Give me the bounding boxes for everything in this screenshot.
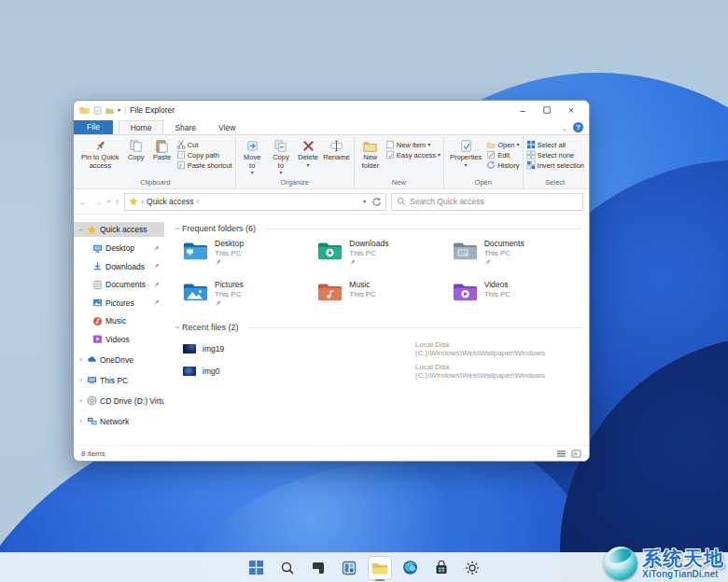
select-none-button[interactable]: Select none <box>526 150 584 159</box>
tab-file[interactable]: File <box>74 120 113 134</box>
titlebar[interactable]: ▾ | File Explorer – × <box>74 101 589 119</box>
sidebar-item-music[interactable]: Music <box>74 313 164 328</box>
cut-button[interactable]: Cut <box>176 140 232 149</box>
recent-file-row[interactable]: img19 Local Disk (C:)\Windows\Web\Wallpa… <box>183 338 581 360</box>
widgets-button[interactable] <box>338 557 360 579</box>
sidebar-item-onedrive[interactable]: › OneDrive <box>74 353 164 367</box>
edge-button[interactable] <box>399 557 422 579</box>
sidebar-item-label: CD Drive (D:) Virtuall <box>100 396 164 406</box>
properties-icon <box>459 139 473 153</box>
back-button[interactable]: ← <box>79 197 89 207</box>
folder-tile-documents[interactable]: Documents This PC <box>453 239 581 274</box>
history-button[interactable]: History <box>486 160 519 170</box>
open-button[interactable]: Open▾ <box>486 140 519 149</box>
breadcrumb[interactable]: Quick access <box>147 197 194 206</box>
recent-locations-icon[interactable]: ▾ <box>107 199 110 204</box>
search-button[interactable] <box>276 557 299 579</box>
up-button[interactable]: ↑ <box>115 197 119 207</box>
sidebar-item-network[interactable]: › Network <box>74 414 164 429</box>
task-view-button[interactable] <box>307 557 329 579</box>
network-icon <box>87 416 97 426</box>
documents-folder-icon <box>453 241 478 260</box>
details-view-icon[interactable] <box>556 450 567 458</box>
file-explorer-button[interactable] <box>369 557 391 579</box>
folder-tile-videos[interactable]: Videos This PC <box>453 280 581 315</box>
chevron-down-icon[interactable]: › <box>77 227 85 233</box>
minimize-button[interactable]: – <box>511 102 535 118</box>
properties-button[interactable]: Properties▾ <box>447 137 484 170</box>
sidebar-item-cd-drive[interactable]: › CD Drive (D:) Virtuall <box>74 394 164 409</box>
recent-file-row[interactable]: img0 Local Disk (C:)\Windows\Web\Wallpap… <box>183 360 581 382</box>
tab-share[interactable]: Share <box>163 121 207 134</box>
star-icon <box>87 225 97 235</box>
sidebar-item-videos[interactable]: Videos <box>74 332 164 347</box>
close-button[interactable]: × <box>559 102 583 118</box>
caret-icon: ▾ <box>279 170 282 175</box>
sidebar-item-desktop[interactable]: Desktop <box>74 241 164 256</box>
new-folder-quick-icon[interactable] <box>105 106 114 115</box>
pin-to-quick-access-button[interactable]: Pin to Quick access <box>78 137 122 172</box>
copy-to-button[interactable]: Copy to▾ <box>268 137 294 177</box>
section-title: Frequent folders (6) <box>182 224 256 233</box>
sidebar-item-this-pc[interactable]: › This PC <box>74 373 164 388</box>
qat-dropdown-icon[interactable]: ▾ <box>118 107 120 113</box>
search-box[interactable] <box>391 193 583 211</box>
move-to-button[interactable]: Move to▾ <box>239 137 266 177</box>
copy-button[interactable]: Copy <box>124 137 148 164</box>
refresh-icon[interactable] <box>371 197 382 207</box>
folder-tile-downloads[interactable]: Downloads This PC <box>317 239 446 274</box>
tab-view[interactable]: View <box>207 121 246 134</box>
maximize-button[interactable] <box>535 102 559 118</box>
tab-home[interactable]: Home <box>119 120 164 134</box>
recent-files-header[interactable]: › Recent files (2) <box>175 323 581 332</box>
cut-label: Cut <box>188 141 199 149</box>
breadcrumb-separator: › <box>141 197 144 206</box>
edit-label: Edit <box>497 151 510 159</box>
folder-tile-music[interactable]: Music This PC <box>317 280 446 315</box>
copy-path-button[interactable]: Copy path <box>176 150 232 159</box>
move-to-label: Move to <box>242 154 263 170</box>
store-button[interactable] <box>430 557 453 579</box>
folder-tile-pictures[interactable]: Pictures This PC <box>183 280 312 315</box>
chevron-right-icon[interactable]: › <box>77 355 84 364</box>
ribbon-group-select: Select all Select none Invert selection … <box>524 137 587 188</box>
gear-icon <box>465 561 480 575</box>
paste-shortcut-button[interactable]: Paste shortcut <box>176 160 232 170</box>
music-folder-icon <box>317 282 343 301</box>
cd-drive-icon <box>87 395 97 406</box>
sidebar-item-documents[interactable]: Documents <box>74 277 164 292</box>
edit-button[interactable]: Edit <box>486 150 519 159</box>
sidebar-item-downloads[interactable]: Downloads <box>74 259 164 274</box>
chevron-right-icon[interactable]: › <box>77 396 84 405</box>
onedrive-cloud-icon <box>87 354 97 365</box>
file-path: Local Disk (C:)\Windows\Web\Wallpaper\Wi… <box>415 363 581 380</box>
settings-button[interactable] <box>461 557 483 579</box>
search-icon <box>397 197 406 206</box>
select-all-button[interactable]: Select all <box>526 140 584 149</box>
new-folder-button[interactable]: New folder <box>357 137 384 172</box>
easy-access-button[interactable]: Easy access▾ <box>385 150 441 159</box>
paste-button[interactable]: Paste <box>150 137 175 164</box>
properties-quick-icon[interactable] <box>93 106 102 115</box>
select-all-label: Select all <box>538 141 566 149</box>
help-icon[interactable]: ? <box>573 122 583 132</box>
chevron-right-icon[interactable]: › <box>77 417 84 425</box>
new-item-button[interactable]: New item▾ <box>385 140 441 149</box>
address-dropdown-icon[interactable]: ▾ <box>363 199 366 204</box>
rename-button[interactable]: Rename <box>322 137 351 164</box>
thumbnail-view-icon[interactable] <box>571 450 581 458</box>
folder-name: Desktop <box>215 239 244 249</box>
address-bar[interactable]: › Quick access › ▾ <box>124 193 386 211</box>
sidebar-item-pictures[interactable]: Pictures <box>74 296 164 311</box>
start-button[interactable] <box>245 557 268 579</box>
chevron-right-icon[interactable]: › <box>77 376 84 384</box>
folder-tile-desktop[interactable]: Desktop This PC <box>183 239 312 274</box>
forward-button[interactable]: → <box>93 197 103 207</box>
minimize-ribbon-icon[interactable]: › <box>560 129 568 132</box>
invert-selection-button[interactable]: Invert selection <box>526 160 584 170</box>
sidebar-item-quick-access[interactable]: › Quick access <box>74 222 164 237</box>
search-input[interactable] <box>410 197 578 206</box>
delete-button[interactable]: Delete▾ <box>296 137 320 170</box>
frequent-folders-header[interactable]: › Frequent folders (6) <box>175 224 581 233</box>
file-path: Local Disk (C:)\Windows\Web\Wallpaper\Wi… <box>415 340 581 357</box>
